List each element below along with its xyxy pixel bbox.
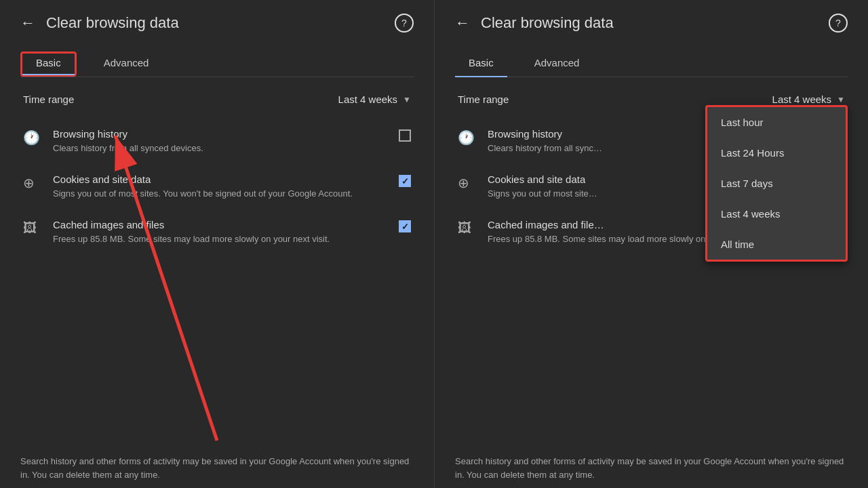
left-time-range-select[interactable]: Last 4 weeks ▼ [338,94,411,105]
left-item-cached: 🖼 Cached images and files Frees up 85.8 … [20,212,414,252]
right-time-range-label: Time range [458,94,509,105]
right-cookie-icon: ⊕ [458,175,477,191]
right-footer-note: Search history and other forms of activi… [455,455,848,481]
left-header: ← Clear browsing data ? [20,14,414,33]
right-image-icon: 🖼 [458,220,477,236]
left-time-range-label: Time range [23,94,74,105]
left-cookies-checkbox[interactable] [399,175,411,187]
left-time-range-row: Time range Last 4 weeks ▼ [20,94,414,105]
left-tab-advanced[interactable]: Advanced [90,52,163,77]
dropdown-option-last-7-days[interactable]: Last 7 days [707,168,846,199]
right-clock-icon: 🕐 [458,129,477,146]
left-cookie-icon: ⊕ [23,175,42,191]
dropdown-option-all-time[interactable]: All time [707,229,846,260]
left-back-arrow[interactable]: ← [20,14,35,32]
left-cached-subtitle: Frees up 85.8 MB. Some sites may load mo… [53,233,399,245]
left-footer-note: Search history and other forms of activi… [20,455,414,481]
left-dropdown-arrow-icon: ▼ [403,95,411,104]
left-time-range-value: Last 4 weeks [338,94,398,105]
dropdown-option-last-24-hours[interactable]: Last 24 Hours [707,138,846,168]
left-panel: ← Clear browsing data ? Basic Advanced T… [0,0,434,488]
right-tabs: Basic Advanced [455,52,848,77]
right-dropdown-arrow-icon: ▼ [837,95,845,104]
dropdown-option-last-hour[interactable]: Last hour [707,107,846,138]
left-tabs: Basic Advanced [20,52,414,77]
right-time-range-select[interactable]: Last 4 weeks ▼ [772,94,845,105]
left-item-cookies: ⊕ Cookies and site data Signs you out of… [20,167,414,207]
left-cached-checkbox[interactable] [399,220,411,232]
time-range-dropdown[interactable]: Last hour Last 24 Hours Last 7 days Last… [705,105,848,262]
left-page-title: Clear browsing data [46,14,395,32]
right-panel: ← Clear browsing data ? Basic Advanced T… [434,0,868,488]
left-clock-icon: 🕐 [23,129,42,146]
right-page-title: Clear browsing data [481,14,829,32]
left-cached-title: Cached images and files [53,219,399,230]
right-time-range-value: Last 4 weeks [772,94,832,105]
left-cookies-title: Cookies and site data [53,174,399,185]
left-browsing-history-title: Browsing history [53,128,399,140]
left-browsing-history-subtitle: Clears history from all synced devices. [53,142,399,155]
left-tab-basic[interactable]: Basic [20,52,77,77]
left-cookies-subtitle: Signs you out of most sites. You won't b… [53,188,399,200]
dropdown-option-last-4-weeks[interactable]: Last 4 weeks [707,199,846,229]
left-item-browsing-history: 🕐 Browsing history Clears history from a… [20,121,414,161]
right-help-icon[interactable]: ? [829,14,848,33]
right-tab-advanced[interactable]: Advanced [521,52,593,77]
right-header: ← Clear browsing data ? [455,14,848,33]
left-help-icon[interactable]: ? [395,14,414,33]
left-image-icon: 🖼 [23,220,42,236]
right-time-range-row: Time range Last 4 weeks ▼ [455,94,848,105]
left-browsing-history-checkbox[interactable] [399,129,411,142]
right-back-arrow[interactable]: ← [455,14,470,32]
right-tab-basic[interactable]: Basic [455,52,507,77]
